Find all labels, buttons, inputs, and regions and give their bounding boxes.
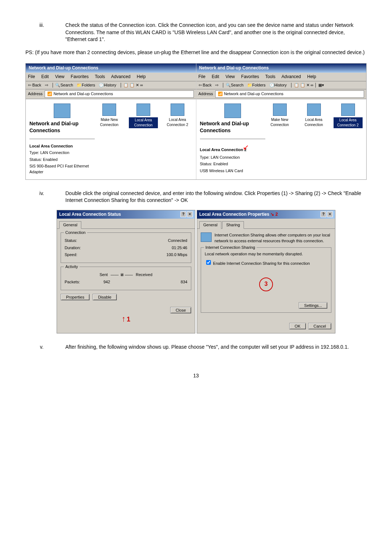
panel-title-right: Network and Dial-up Connections	[200, 120, 265, 134]
duration-value: 01:25:46	[172, 245, 187, 251]
menubar-left: File Edit View Favorites Tools Advanced …	[26, 73, 196, 81]
menu-favorites[interactable]: Favorites	[71, 74, 89, 79]
address-label: Address	[28, 91, 42, 97]
sharing-icon	[201, 232, 212, 242]
menubar-right: File Edit View Favorites Tools Advanced …	[196, 73, 367, 81]
local-area-connection-icon[interactable]: Local Area Connection	[129, 104, 158, 176]
explorer-window-right: Network and Dial-up Connections File Edi…	[196, 64, 367, 179]
addressbar-left: Address 📶 Network and Dial-up Connection…	[26, 89, 196, 99]
group-sharing-title: Internet Connection Sharing	[204, 245, 257, 250]
make-new-connection-icon-r[interactable]: Make New Connection	[265, 104, 294, 175]
explorer-screenshot: Network and Dial-up Connections File Edi…	[25, 63, 367, 180]
ps-note: PS: (If you have more than 2 connecting …	[25, 49, 367, 56]
panel-title-left: Network and Dial-up Connections	[29, 120, 95, 134]
props-dialog-title: Local Area Connection Properties	[199, 212, 269, 217]
sent-label: Sent	[99, 272, 108, 278]
duration-label: Duration:	[65, 245, 81, 251]
step-iii-text: Check the status of the Connection icon.…	[65, 22, 367, 43]
status-value: Connected	[168, 238, 187, 243]
titlebar-right: Network and Dial-up Connections	[196, 64, 367, 73]
enable-sharing-label: Enable Internet Connection Sharing for t…	[213, 261, 310, 266]
menu-file[interactable]: File	[28, 74, 35, 79]
help-button-icon-2[interactable]: ?	[320, 211, 326, 217]
info-title-right: Local Area Connection 2	[200, 147, 247, 152]
speed-value: 100.0 Mbps	[167, 252, 187, 258]
toolbar-left: ⇦ Back ⇨ │ 🔍Search 📁Folders 🕘History │ 📋…	[26, 81, 196, 89]
packets-label: Packets:	[65, 279, 80, 285]
group-activity-title: Activity	[64, 264, 79, 270]
packets-sent: 942	[80, 279, 134, 285]
disable-button[interactable]: Disable	[93, 294, 117, 300]
step-v-text: After finishing, the following window sh…	[65, 344, 367, 351]
info-status-right: Status: Enabled	[200, 161, 265, 167]
help-button-icon[interactable]: ?	[180, 211, 186, 217]
tab-sharing[interactable]: Sharing	[222, 221, 244, 229]
info-device-left: SiS 900-Based PCI Fast Ethernet Adapter	[29, 163, 95, 175]
back-button[interactable]: ⇦ Back	[28, 82, 41, 88]
menu-help[interactable]: Help	[137, 74, 146, 79]
properties-button[interactable]: Properties	[61, 294, 90, 300]
info-status-left: Status: Enabled	[29, 157, 95, 162]
info-device-right: USB Wireless LAN Card	[200, 168, 265, 174]
make-new-connection-icon[interactable]: Make New Connection	[95, 104, 124, 176]
step-iii-number: iii.	[25, 22, 65, 43]
info-title-left: Local Area Connection	[29, 144, 73, 148]
tab-general-props[interactable]: General	[199, 221, 221, 229]
group-connection-title: Connection	[64, 230, 87, 235]
red-arrow-icon: ↙	[243, 143, 249, 151]
status-label: Status:	[65, 238, 77, 243]
menu-tools[interactable]: Tools	[95, 74, 105, 79]
enable-sharing-checkbox[interactable]	[206, 260, 211, 265]
fwd-button[interactable]: ⇨	[45, 82, 48, 88]
close-button-icon[interactable]: ×	[187, 211, 193, 217]
search-button[interactable]: Search	[60, 83, 73, 87]
tab-general-status[interactable]: General	[59, 221, 81, 229]
info-type-right: Type: LAN Connection	[200, 155, 265, 160]
packets-received: 834	[134, 279, 187, 285]
local-area-connection-2-icon-r[interactable]: Local Area Connection 2	[334, 104, 363, 175]
close-button[interactable]: Close	[170, 307, 191, 313]
annotation-2: ↘ 2	[270, 212, 278, 217]
close-button-icon-2[interactable]: ×	[327, 211, 333, 217]
annotation-1: ↑	[122, 314, 126, 323]
step-iv-text: Double click the original connected devi…	[65, 190, 367, 204]
settings-button[interactable]: Settings...	[299, 302, 327, 309]
connection-status-dialog: Local Area Connection Status ? × General…	[57, 210, 195, 333]
info-type-left: Type: LAN Connection	[29, 150, 95, 155]
history-button[interactable]: History	[104, 83, 116, 87]
page-number: 13	[25, 372, 367, 380]
local-area-connection-2-icon[interactable]: Local Area Connection 2	[163, 104, 192, 176]
menu-edit[interactable]: Edit	[41, 74, 49, 79]
ok-button[interactable]: OK	[289, 323, 306, 329]
connection-properties-dialog: Local Area Connection Properties ↘ 2 ? ×…	[197, 210, 335, 333]
explorer-window-left: Network and Dial-up Connections File Edi…	[26, 64, 196, 179]
addressbar-right: Address 📶 Network and Dial-up Connection…	[196, 89, 367, 99]
cancel-button[interactable]: Cancel	[308, 323, 331, 329]
menu-advanced[interactable]: Advanced	[111, 74, 130, 79]
toolbar-right: ⇦ Back ⇨ │ 🔍Search 📁Folders 🕘History │ 📋…	[196, 81, 367, 89]
menu-view[interactable]: View	[55, 74, 65, 79]
annotation-3: 3	[259, 278, 273, 291]
step-v-number: v.	[25, 344, 65, 351]
address-field[interactable]: 📶 Network and Dial-up Connections	[45, 90, 193, 97]
received-label: Received	[136, 272, 152, 278]
sharing-description: Internet Connection Sharing allows other…	[215, 232, 331, 244]
status-dialog-title: Local Area Connection Status	[59, 211, 121, 218]
step-iv-number: iv.	[25, 190, 65, 204]
sharing-warning: Local network operation may be momentari…	[205, 251, 327, 257]
folders-button[interactable]: Folders	[82, 83, 95, 87]
speed-label: Speed:	[65, 252, 77, 258]
titlebar-left: Network and Dial-up Connections	[26, 64, 196, 73]
local-area-connection-icon-r[interactable]: Local Area Connection	[299, 104, 328, 175]
